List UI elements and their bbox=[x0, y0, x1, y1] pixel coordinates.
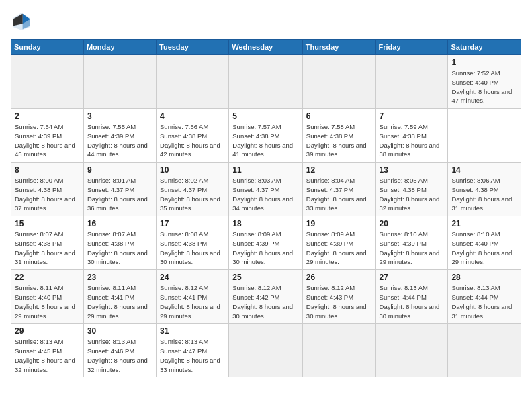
day-cell-17: 17Sunrise: 8:08 AMSunset: 4:38 PMDayligh… bbox=[157, 216, 229, 270]
empty-cell bbox=[302, 55, 375, 109]
day-cell-15: 15Sunrise: 8:07 AMSunset: 4:38 PMDayligh… bbox=[11, 216, 84, 270]
empty-cell bbox=[302, 324, 375, 377]
empty-cell bbox=[448, 324, 521, 377]
day-cell-20: 20Sunrise: 8:10 AMSunset: 4:39 PMDayligh… bbox=[375, 216, 448, 270]
day-cell-13: 13Sunrise: 8:05 AMSunset: 4:38 PMDayligh… bbox=[375, 163, 448, 216]
day-cell-31: 31Sunrise: 8:13 AMSunset: 4:47 PMDayligh… bbox=[157, 324, 229, 377]
empty-cell bbox=[157, 55, 229, 109]
header bbox=[11, 11, 521, 32]
header-day-thursday: Thursday bbox=[302, 40, 375, 55]
calendar-header: SundayMondayTuesdayWednesdayThursdayFrid… bbox=[11, 40, 521, 55]
header-day-friday: Friday bbox=[375, 40, 448, 55]
empty-cell bbox=[375, 324, 448, 377]
day-cell-3: 3Sunrise: 7:55 AMSunset: 4:39 PMDaylight… bbox=[83, 109, 156, 163]
empty-cell bbox=[375, 55, 448, 109]
day-cell-27: 27Sunrise: 8:13 AMSunset: 4:44 PMDayligh… bbox=[375, 270, 448, 324]
day-cell-28: 28Sunrise: 8:13 AMSunset: 4:44 PMDayligh… bbox=[448, 270, 521, 324]
calendar-week-1: 1Sunrise: 7:52 AMSunset: 4:40 PMDaylight… bbox=[11, 55, 521, 109]
day-cell-21: 21Sunrise: 8:10 AMSunset: 4:40 PMDayligh… bbox=[448, 216, 521, 270]
day-cell-7: 7Sunrise: 7:59 AMSunset: 4:38 PMDaylight… bbox=[375, 109, 448, 163]
day-cell-12: 12Sunrise: 8:04 AMSunset: 4:37 PMDayligh… bbox=[302, 163, 375, 216]
day-cell-2: 2Sunrise: 7:54 AMSunset: 4:39 PMDaylight… bbox=[11, 109, 84, 163]
calendar-table: SundayMondayTuesdayWednesdayThursdayFrid… bbox=[11, 39, 521, 377]
day-cell-1: 1Sunrise: 7:52 AMSunset: 4:40 PMDaylight… bbox=[448, 55, 521, 109]
calendar-week-3: 8Sunrise: 8:00 AMSunset: 4:38 PMDaylight… bbox=[11, 163, 521, 216]
day-cell-4: 4Sunrise: 7:56 AMSunset: 4:38 PMDaylight… bbox=[157, 109, 229, 163]
empty-cell bbox=[229, 324, 303, 377]
day-cell-9: 9Sunrise: 8:01 AMSunset: 4:37 PMDaylight… bbox=[83, 163, 156, 216]
day-cell-30: 30Sunrise: 8:13 AMSunset: 4:46 PMDayligh… bbox=[83, 324, 156, 377]
empty-cell bbox=[229, 55, 303, 109]
empty-cell bbox=[83, 55, 156, 109]
header-day-sunday: Sunday bbox=[11, 40, 84, 55]
day-cell-24: 24Sunrise: 8:12 AMSunset: 4:41 PMDayligh… bbox=[157, 270, 229, 324]
day-cell-29: 29Sunrise: 8:13 AMSunset: 4:45 PMDayligh… bbox=[11, 324, 84, 377]
day-cell-22: 22Sunrise: 8:11 AMSunset: 4:40 PMDayligh… bbox=[11, 270, 84, 324]
empty-cell bbox=[11, 55, 84, 109]
day-cell-6: 6Sunrise: 7:58 AMSunset: 4:38 PMDaylight… bbox=[302, 109, 375, 163]
calendar-week-6: 29Sunrise: 8:13 AMSunset: 4:45 PMDayligh… bbox=[11, 324, 521, 377]
day-cell-5: 5Sunrise: 7:57 AMSunset: 4:38 PMDaylight… bbox=[229, 109, 303, 163]
header-day-wednesday: Wednesday bbox=[229, 40, 303, 55]
calendar-body: 1Sunrise: 7:52 AMSunset: 4:40 PMDaylight… bbox=[11, 55, 521, 377]
day-cell-25: 25Sunrise: 8:12 AMSunset: 4:42 PMDayligh… bbox=[229, 270, 303, 324]
logo-icon bbox=[11, 11, 32, 32]
header-row: SundayMondayTuesdayWednesdayThursdayFrid… bbox=[11, 40, 521, 55]
page: SundayMondayTuesdayWednesdayThursdayFrid… bbox=[0, 0, 532, 411]
day-cell-26: 26Sunrise: 8:12 AMSunset: 4:43 PMDayligh… bbox=[302, 270, 375, 324]
header-day-saturday: Saturday bbox=[448, 40, 521, 55]
calendar-week-4: 15Sunrise: 8:07 AMSunset: 4:38 PMDayligh… bbox=[11, 216, 521, 270]
logo bbox=[11, 11, 35, 32]
calendar-week-5: 22Sunrise: 8:11 AMSunset: 4:40 PMDayligh… bbox=[11, 270, 521, 324]
day-cell-10: 10Sunrise: 8:02 AMSunset: 4:37 PMDayligh… bbox=[157, 163, 229, 216]
header-day-tuesday: Tuesday bbox=[157, 40, 229, 55]
day-cell-16: 16Sunrise: 8:07 AMSunset: 4:38 PMDayligh… bbox=[83, 216, 156, 270]
day-cell-19: 19Sunrise: 8:09 AMSunset: 4:39 PMDayligh… bbox=[302, 216, 375, 270]
calendar-week-2: 2Sunrise: 7:54 AMSunset: 4:39 PMDaylight… bbox=[11, 109, 521, 163]
day-cell-18: 18Sunrise: 8:09 AMSunset: 4:39 PMDayligh… bbox=[229, 216, 303, 270]
header-day-monday: Monday bbox=[83, 40, 156, 55]
day-cell-11: 11Sunrise: 8:03 AMSunset: 4:37 PMDayligh… bbox=[229, 163, 303, 216]
day-cell-8: 8Sunrise: 8:00 AMSunset: 4:38 PMDaylight… bbox=[11, 163, 84, 216]
day-cell-23: 23Sunrise: 8:11 AMSunset: 4:41 PMDayligh… bbox=[83, 270, 156, 324]
day-cell-14: 14Sunrise: 8:06 AMSunset: 4:38 PMDayligh… bbox=[448, 163, 521, 216]
